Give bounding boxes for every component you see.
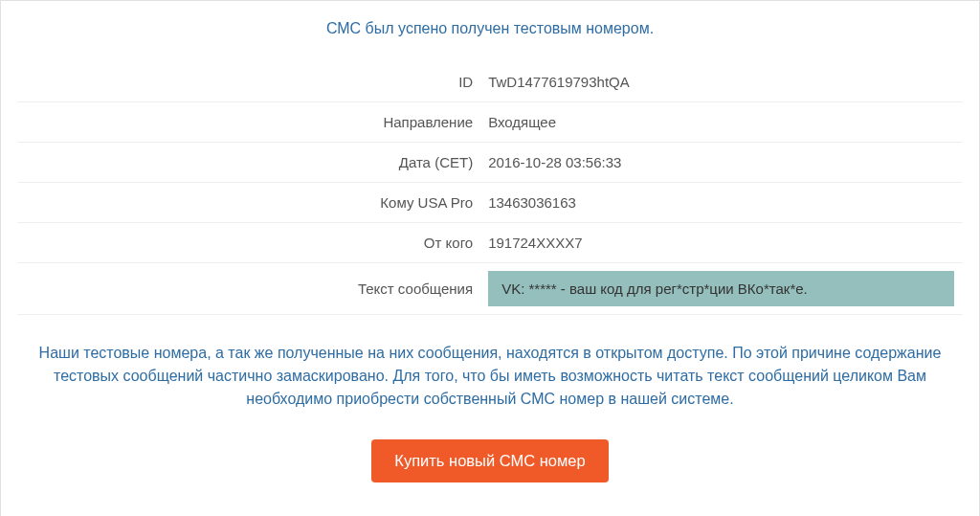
date-value: 2016-10-28 03:56:33 (480, 143, 962, 183)
to-value: 13463036163 (480, 183, 962, 223)
from-value: 191724XXXX7 (480, 223, 962, 263)
from-label: От кого (18, 223, 480, 263)
detail-row-from: От кого 191724XXXX7 (18, 223, 962, 263)
status-message: СМС был успено получен тестовым номером. (18, 20, 962, 37)
date-label: Дата (CET) (18, 143, 480, 183)
detail-row-id: ID TwD1477619793htQA (18, 62, 962, 102)
direction-value: Входящее (480, 102, 962, 143)
msgtext-label: Текст сообщения (18, 263, 480, 315)
sms-detail-panel: СМС был успено получен тестовым номером.… (0, 0, 980, 516)
msgtext-value: VK: ***** - ваш код для рег*стр*ции ВКо*… (488, 271, 954, 306)
button-row: Купить новый СМС номер (18, 439, 962, 482)
msgtext-value-cell: VK: ***** - ваш код для рег*стр*ции ВКо*… (480, 263, 962, 315)
to-label: Кому USA Pro (18, 183, 480, 223)
id-value: TwD1477619793htQA (480, 62, 962, 102)
detail-row-msgtext: Текст сообщения VK: ***** - ваш код для … (18, 263, 962, 315)
id-label: ID (18, 62, 480, 102)
detail-row-to: Кому USA Pro 13463036163 (18, 183, 962, 223)
direction-label: Направление (18, 102, 480, 143)
detail-row-date: Дата (CET) 2016-10-28 03:56:33 (18, 143, 962, 183)
detail-row-direction: Направление Входящее (18, 102, 962, 143)
info-paragraph: Наши тестовые номера, а так же полученны… (18, 342, 962, 411)
buy-sms-number-button[interactable]: Купить новый СМС номер (371, 439, 608, 482)
sms-detail-table: ID TwD1477619793htQA Направление Входяще… (18, 62, 962, 315)
